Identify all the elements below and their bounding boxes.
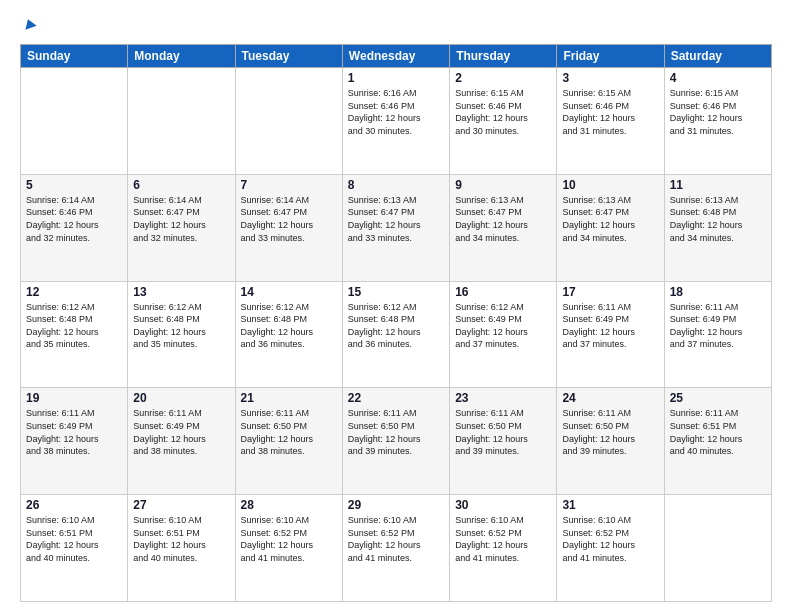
page: SundayMondayTuesdayWednesdayThursdayFrid…	[0, 0, 792, 612]
day-info: Sunrise: 6:10 AM Sunset: 6:52 PM Dayligh…	[562, 514, 658, 564]
calendar-cell: 13Sunrise: 6:12 AM Sunset: 6:48 PM Dayli…	[128, 281, 235, 388]
calendar-cell: 23Sunrise: 6:11 AM Sunset: 6:50 PM Dayli…	[450, 388, 557, 495]
day-info: Sunrise: 6:11 AM Sunset: 6:51 PM Dayligh…	[670, 407, 766, 457]
day-number: 28	[241, 498, 337, 512]
day-info: Sunrise: 6:14 AM Sunset: 6:47 PM Dayligh…	[133, 194, 229, 244]
calendar-cell	[21, 68, 128, 175]
weekday-header: Tuesday	[235, 45, 342, 68]
calendar-cell: 31Sunrise: 6:10 AM Sunset: 6:52 PM Dayli…	[557, 495, 664, 602]
calendar-cell: 3Sunrise: 6:15 AM Sunset: 6:46 PM Daylig…	[557, 68, 664, 175]
day-info: Sunrise: 6:15 AM Sunset: 6:46 PM Dayligh…	[562, 87, 658, 137]
calendar-cell: 18Sunrise: 6:11 AM Sunset: 6:49 PM Dayli…	[664, 281, 771, 388]
calendar-cell: 19Sunrise: 6:11 AM Sunset: 6:49 PM Dayli…	[21, 388, 128, 495]
day-number: 23	[455, 391, 551, 405]
day-info: Sunrise: 6:12 AM Sunset: 6:48 PM Dayligh…	[133, 301, 229, 351]
calendar-cell: 2Sunrise: 6:15 AM Sunset: 6:46 PM Daylig…	[450, 68, 557, 175]
day-info: Sunrise: 6:12 AM Sunset: 6:48 PM Dayligh…	[241, 301, 337, 351]
day-number: 30	[455, 498, 551, 512]
calendar-week-row: 12Sunrise: 6:12 AM Sunset: 6:48 PM Dayli…	[21, 281, 772, 388]
day-info: Sunrise: 6:12 AM Sunset: 6:49 PM Dayligh…	[455, 301, 551, 351]
calendar-cell: 29Sunrise: 6:10 AM Sunset: 6:52 PM Dayli…	[342, 495, 449, 602]
calendar-cell: 16Sunrise: 6:12 AM Sunset: 6:49 PM Dayli…	[450, 281, 557, 388]
day-info: Sunrise: 6:15 AM Sunset: 6:46 PM Dayligh…	[455, 87, 551, 137]
calendar-cell: 28Sunrise: 6:10 AM Sunset: 6:52 PM Dayli…	[235, 495, 342, 602]
day-info: Sunrise: 6:13 AM Sunset: 6:47 PM Dayligh…	[562, 194, 658, 244]
day-info: Sunrise: 6:13 AM Sunset: 6:47 PM Dayligh…	[455, 194, 551, 244]
calendar-week-row: 19Sunrise: 6:11 AM Sunset: 6:49 PM Dayli…	[21, 388, 772, 495]
calendar-cell: 24Sunrise: 6:11 AM Sunset: 6:50 PM Dayli…	[557, 388, 664, 495]
day-info: Sunrise: 6:11 AM Sunset: 6:49 PM Dayligh…	[133, 407, 229, 457]
calendar-cell: 26Sunrise: 6:10 AM Sunset: 6:51 PM Dayli…	[21, 495, 128, 602]
weekday-header: Sunday	[21, 45, 128, 68]
logo-bird-icon	[23, 18, 37, 32]
svg-marker-0	[23, 18, 37, 30]
day-info: Sunrise: 6:11 AM Sunset: 6:49 PM Dayligh…	[26, 407, 122, 457]
weekday-header: Thursday	[450, 45, 557, 68]
weekday-header: Monday	[128, 45, 235, 68]
logo	[20, 18, 37, 36]
day-number: 4	[670, 71, 766, 85]
day-number: 6	[133, 178, 229, 192]
day-number: 14	[241, 285, 337, 299]
calendar-cell: 14Sunrise: 6:12 AM Sunset: 6:48 PM Dayli…	[235, 281, 342, 388]
calendar-week-row: 26Sunrise: 6:10 AM Sunset: 6:51 PM Dayli…	[21, 495, 772, 602]
day-number: 24	[562, 391, 658, 405]
day-number: 5	[26, 178, 122, 192]
day-info: Sunrise: 6:14 AM Sunset: 6:47 PM Dayligh…	[241, 194, 337, 244]
day-info: Sunrise: 6:10 AM Sunset: 6:52 PM Dayligh…	[455, 514, 551, 564]
day-number: 2	[455, 71, 551, 85]
day-number: 8	[348, 178, 444, 192]
calendar-cell: 8Sunrise: 6:13 AM Sunset: 6:47 PM Daylig…	[342, 174, 449, 281]
day-number: 7	[241, 178, 337, 192]
calendar-cell: 22Sunrise: 6:11 AM Sunset: 6:50 PM Dayli…	[342, 388, 449, 495]
calendar-cell: 9Sunrise: 6:13 AM Sunset: 6:47 PM Daylig…	[450, 174, 557, 281]
calendar-cell: 25Sunrise: 6:11 AM Sunset: 6:51 PM Dayli…	[664, 388, 771, 495]
day-info: Sunrise: 6:10 AM Sunset: 6:52 PM Dayligh…	[348, 514, 444, 564]
day-number: 21	[241, 391, 337, 405]
day-info: Sunrise: 6:13 AM Sunset: 6:47 PM Dayligh…	[348, 194, 444, 244]
day-info: Sunrise: 6:15 AM Sunset: 6:46 PM Dayligh…	[670, 87, 766, 137]
day-info: Sunrise: 6:10 AM Sunset: 6:52 PM Dayligh…	[241, 514, 337, 564]
day-info: Sunrise: 6:11 AM Sunset: 6:50 PM Dayligh…	[241, 407, 337, 457]
calendar-cell: 5Sunrise: 6:14 AM Sunset: 6:46 PM Daylig…	[21, 174, 128, 281]
day-number: 18	[670, 285, 766, 299]
calendar-cell: 12Sunrise: 6:12 AM Sunset: 6:48 PM Dayli…	[21, 281, 128, 388]
calendar-cell: 10Sunrise: 6:13 AM Sunset: 6:47 PM Dayli…	[557, 174, 664, 281]
day-number: 26	[26, 498, 122, 512]
day-number: 22	[348, 391, 444, 405]
weekday-header: Wednesday	[342, 45, 449, 68]
calendar-cell	[235, 68, 342, 175]
calendar-cell: 7Sunrise: 6:14 AM Sunset: 6:47 PM Daylig…	[235, 174, 342, 281]
day-info: Sunrise: 6:11 AM Sunset: 6:50 PM Dayligh…	[455, 407, 551, 457]
weekday-header: Saturday	[664, 45, 771, 68]
day-number: 1	[348, 71, 444, 85]
calendar-cell: 17Sunrise: 6:11 AM Sunset: 6:49 PM Dayli…	[557, 281, 664, 388]
calendar-cell: 15Sunrise: 6:12 AM Sunset: 6:48 PM Dayli…	[342, 281, 449, 388]
day-number: 16	[455, 285, 551, 299]
calendar-cell: 1Sunrise: 6:16 AM Sunset: 6:46 PM Daylig…	[342, 68, 449, 175]
calendar-table: SundayMondayTuesdayWednesdayThursdayFrid…	[20, 44, 772, 602]
day-info: Sunrise: 6:14 AM Sunset: 6:46 PM Dayligh…	[26, 194, 122, 244]
day-number: 13	[133, 285, 229, 299]
day-info: Sunrise: 6:13 AM Sunset: 6:48 PM Dayligh…	[670, 194, 766, 244]
day-info: Sunrise: 6:10 AM Sunset: 6:51 PM Dayligh…	[26, 514, 122, 564]
day-info: Sunrise: 6:11 AM Sunset: 6:50 PM Dayligh…	[348, 407, 444, 457]
day-info: Sunrise: 6:12 AM Sunset: 6:48 PM Dayligh…	[348, 301, 444, 351]
day-number: 17	[562, 285, 658, 299]
day-number: 25	[670, 391, 766, 405]
day-info: Sunrise: 6:11 AM Sunset: 6:49 PM Dayligh…	[562, 301, 658, 351]
day-number: 10	[562, 178, 658, 192]
day-number: 11	[670, 178, 766, 192]
day-number: 31	[562, 498, 658, 512]
day-info: Sunrise: 6:11 AM Sunset: 6:49 PM Dayligh…	[670, 301, 766, 351]
calendar-cell: 21Sunrise: 6:11 AM Sunset: 6:50 PM Dayli…	[235, 388, 342, 495]
weekday-header: Friday	[557, 45, 664, 68]
calendar-week-row: 1Sunrise: 6:16 AM Sunset: 6:46 PM Daylig…	[21, 68, 772, 175]
day-number: 15	[348, 285, 444, 299]
day-info: Sunrise: 6:10 AM Sunset: 6:51 PM Dayligh…	[133, 514, 229, 564]
calendar-week-row: 5Sunrise: 6:14 AM Sunset: 6:46 PM Daylig…	[21, 174, 772, 281]
day-info: Sunrise: 6:11 AM Sunset: 6:50 PM Dayligh…	[562, 407, 658, 457]
calendar-cell: 27Sunrise: 6:10 AM Sunset: 6:51 PM Dayli…	[128, 495, 235, 602]
day-number: 20	[133, 391, 229, 405]
day-number: 9	[455, 178, 551, 192]
